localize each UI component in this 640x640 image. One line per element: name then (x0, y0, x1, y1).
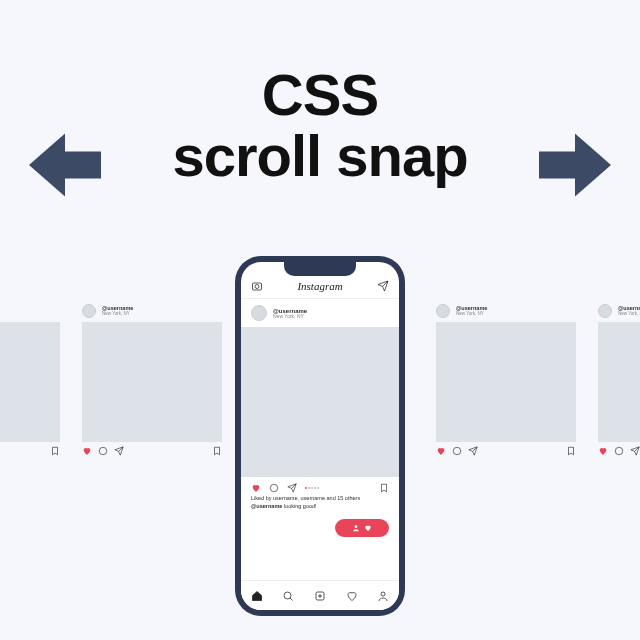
avatar-icon (436, 304, 450, 318)
nav-home-icon[interactable] (251, 590, 263, 602)
arrow-left-icon (20, 120, 110, 210)
phone-notch (284, 262, 356, 276)
heart-icon (82, 446, 92, 456)
post-image (82, 322, 222, 442)
post-image[interactable] (241, 327, 399, 477)
post-card: @username New York, NY (0, 300, 60, 456)
post-image (436, 322, 576, 442)
card-location: New York, NY (618, 312, 640, 317)
comment-icon (614, 446, 624, 456)
share-icon (114, 446, 124, 456)
carousel-dots (305, 487, 319, 489)
post-card: @username New York, NY (598, 300, 640, 456)
caption-text: looking good! (284, 503, 317, 509)
pill-heart-icon (364, 524, 372, 532)
heart-icon[interactable] (251, 483, 261, 493)
bookmark-icon[interactable] (379, 483, 389, 493)
phone-mockup: Instagram @username New York, NY Liked b… (235, 256, 405, 616)
nav-add-icon[interactable] (314, 590, 326, 602)
svg-point-1 (99, 447, 107, 455)
bookmark-icon (50, 446, 60, 456)
svg-point-3 (615, 447, 623, 455)
post-location: New York, NY (273, 314, 307, 319)
avatar-icon[interactable] (251, 305, 267, 321)
app-brand: Instagram (297, 280, 342, 292)
nav-search-icon[interactable] (282, 590, 294, 602)
svg-point-7 (355, 525, 358, 528)
nav-profile-icon[interactable] (377, 590, 389, 602)
svg-point-2 (453, 447, 461, 455)
arrow-right-icon (530, 120, 620, 210)
bottom-nav (241, 580, 399, 610)
pill-person-icon (352, 524, 360, 532)
post-image (0, 322, 60, 442)
svg-point-5 (255, 285, 259, 289)
send-icon[interactable] (377, 280, 389, 292)
comment-icon (452, 446, 462, 456)
caption-user: @username (251, 503, 282, 509)
svg-point-10 (381, 592, 385, 596)
caption: @username looking good! (241, 501, 399, 515)
post-image (598, 322, 640, 442)
share-icon (468, 446, 478, 456)
heart-icon (436, 446, 446, 456)
svg-rect-4 (253, 283, 262, 290)
comment-icon[interactable] (269, 483, 279, 493)
svg-point-6 (270, 484, 278, 492)
title-line-1: CSS (0, 65, 640, 126)
comment-icon (98, 446, 108, 456)
post-card: @username New York, NY (436, 300, 576, 456)
heart-icon (598, 446, 608, 456)
card-location: New York, NY (456, 312, 487, 317)
share-icon (630, 446, 640, 456)
bookmark-icon (212, 446, 222, 456)
avatar-icon (598, 304, 612, 318)
share-icon[interactable] (287, 483, 297, 493)
avatar-icon (82, 304, 96, 318)
svg-point-8 (284, 592, 291, 599)
nav-activity-icon[interactable] (346, 590, 358, 602)
reaction-pill[interactable] (335, 519, 389, 537)
bookmark-icon (566, 446, 576, 456)
post-card: @username New York, NY (82, 300, 222, 456)
camera-icon[interactable] (251, 280, 263, 292)
card-location: New York, NY (102, 312, 133, 317)
